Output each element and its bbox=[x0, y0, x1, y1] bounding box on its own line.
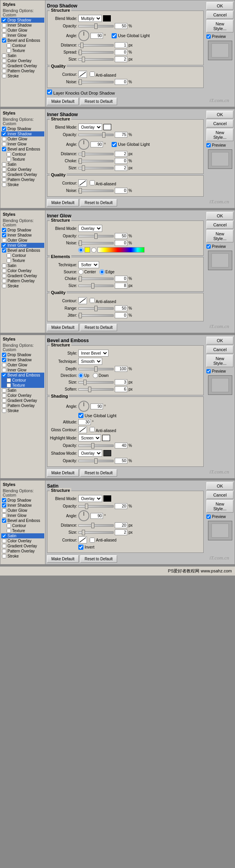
cb-st-2[interactable] bbox=[2, 183, 6, 187]
cb-ig-4[interactable] bbox=[2, 368, 6, 372]
opacity-slider-sa[interactable] bbox=[78, 505, 114, 508]
cb-t-2[interactable] bbox=[7, 157, 11, 161]
blend-mode-select-ds[interactable]: Multiply bbox=[78, 15, 102, 22]
sidebar-item-be-4[interactable]: Bevel and Emboss bbox=[1, 373, 44, 378]
cb-gradient-overlay-1[interactable] bbox=[2, 64, 6, 68]
shadow-opacity-slider-be[interactable] bbox=[78, 460, 114, 462]
reset-default-btn-ig[interactable]: Reset to Default bbox=[80, 324, 117, 331]
cb-is-5[interactable] bbox=[2, 503, 6, 508]
radio-gradient-ig[interactable] bbox=[91, 247, 96, 253]
sidebar-item-is-3[interactable]: Inner Shadow bbox=[1, 233, 44, 238]
blend-options-2[interactable]: Blending Options: Custom bbox=[1, 117, 44, 126]
angle-dial-sa[interactable] bbox=[78, 510, 89, 521]
choke-input-is[interactable] bbox=[115, 158, 127, 164]
sidebar-item-po-2[interactable]: Pattern Overlay bbox=[1, 177, 44, 182]
cb-pattern-overlay-1[interactable] bbox=[2, 69, 6, 73]
sidebar-item-satin-2[interactable]: Satin bbox=[1, 162, 44, 167]
sidebar-item-po-3[interactable]: Pattern Overlay bbox=[1, 278, 44, 283]
style-select-be[interactable]: Inner Bevel bbox=[78, 350, 108, 357]
sidebar-item-outer-glow-2[interactable]: Outer Glow bbox=[1, 136, 44, 142]
sidebar-item-co-4[interactable]: Color Overlay bbox=[1, 393, 44, 398]
new-style-btn-1[interactable]: New Style... bbox=[206, 20, 233, 32]
reset-default-btn-is[interactable]: Reset to Default bbox=[80, 199, 117, 206]
size-input-ds[interactable] bbox=[115, 56, 127, 62]
sidebar-item-go-3[interactable]: Gradient Overlay bbox=[1, 273, 44, 278]
sidebar-item-ds-3[interactable]: Drop Shadow bbox=[1, 228, 44, 233]
make-default-btn-is[interactable]: Make Default bbox=[47, 199, 79, 206]
preview-cb-4[interactable] bbox=[206, 369, 211, 373]
blend-options-5[interactable]: Blending Options: Custom bbox=[1, 488, 44, 498]
spread-slider-ds[interactable] bbox=[78, 51, 114, 54]
sidebar-item-po-4[interactable]: Pattern Overlay bbox=[1, 403, 44, 408]
anti-aliased-cb-ds[interactable] bbox=[90, 72, 95, 77]
noise-input-is[interactable] bbox=[115, 188, 127, 194]
size-input-is[interactable] bbox=[115, 165, 127, 171]
cb-sa-3[interactable] bbox=[2, 264, 6, 268]
sidebar-item-sa-3[interactable]: Satin bbox=[1, 263, 44, 268]
new-style-btn-5[interactable]: New Style... bbox=[206, 500, 233, 513]
cb-t-3[interactable] bbox=[7, 258, 11, 263]
cb-og-4[interactable] bbox=[2, 363, 6, 367]
sidebar-item-c-3[interactable]: Contour bbox=[1, 253, 44, 258]
sidebar-item-outer-glow-1[interactable]: Outer Glow bbox=[1, 28, 44, 33]
angle-input-be[interactable] bbox=[90, 404, 103, 409]
sidebar-item-t-5[interactable]: Texture bbox=[1, 528, 44, 533]
yellow-swatch-ig[interactable] bbox=[85, 247, 90, 253]
cb-bevel-1[interactable] bbox=[2, 38, 6, 43]
cb-ds-4[interactable] bbox=[2, 353, 6, 357]
opacity-slider-ds[interactable] bbox=[78, 25, 114, 27]
contour-thumb-ds[interactable] bbox=[78, 71, 87, 78]
sidebar-item-inner-glow-1[interactable]: Inner Glow bbox=[1, 33, 44, 38]
noise-slider-is[interactable] bbox=[78, 190, 114, 192]
contour-thumb-is[interactable] bbox=[78, 179, 87, 187]
jitter-slider-ig[interactable] bbox=[78, 314, 114, 317]
cb-og-5[interactable] bbox=[2, 508, 6, 513]
cb-is-3[interactable] bbox=[2, 233, 6, 237]
size-slider-ds[interactable] bbox=[78, 58, 114, 61]
sidebar-item-og-3[interactable]: Outer Glow bbox=[1, 238, 44, 243]
new-style-btn-4[interactable]: New Style... bbox=[206, 355, 233, 367]
sidebar-item-co-3[interactable]: Color Overlay bbox=[1, 268, 44, 273]
cb-t-5[interactable] bbox=[7, 529, 11, 533]
sidebar-item-pattern-overlay-1[interactable]: Pattern Overlay bbox=[1, 68, 44, 74]
contour-thumb-sa[interactable] bbox=[78, 536, 87, 543]
cancel-btn-2[interactable]: Cancel bbox=[206, 120, 233, 127]
choke-slider-is[interactable] bbox=[78, 160, 114, 162]
opacity-slider-is[interactable] bbox=[78, 134, 114, 136]
cb-sa-5[interactable] bbox=[2, 534, 6, 538]
cb-be-2[interactable] bbox=[2, 147, 6, 151]
sidebar-item-ig-4[interactable]: Inner Glow bbox=[1, 368, 44, 373]
angle-dial-be[interactable] bbox=[78, 401, 89, 412]
sidebar-item-be-5[interactable]: Bevel and Emboss bbox=[1, 518, 44, 523]
sidebar-item-go-5[interactable]: Gradient Overlay bbox=[1, 543, 44, 549]
cb-ig-5[interactable] bbox=[2, 513, 6, 518]
opacity-input-sa[interactable] bbox=[115, 503, 127, 509]
sidebar-item-stroke-2[interactable]: Stroke bbox=[1, 182, 44, 187]
sidebar-item-ds-4[interactable]: Drop Shadow bbox=[1, 352, 44, 357]
sidebar-item-ig-5[interactable]: Inner Glow bbox=[1, 513, 44, 518]
cb-is-4[interactable] bbox=[2, 358, 6, 362]
angle-dial-ds[interactable] bbox=[78, 30, 89, 41]
global-light-cb-is[interactable] bbox=[112, 142, 117, 147]
cb-inner-shadow-1[interactable] bbox=[2, 23, 6, 27]
cb-og-3[interactable] bbox=[2, 238, 6, 242]
cb-c-4[interactable] bbox=[7, 378, 11, 382]
reset-default-btn-sa[interactable]: Reset to Default bbox=[80, 555, 117, 563]
angle-input-ds[interactable] bbox=[90, 33, 103, 39]
new-style-btn-2[interactable]: New Style... bbox=[206, 129, 233, 141]
size-input-ig[interactable] bbox=[115, 283, 127, 289]
cb-ig-2[interactable] bbox=[2, 142, 6, 146]
blend-options-3[interactable]: Blending Options: Custom bbox=[1, 218, 44, 228]
range-input-ig[interactable] bbox=[115, 305, 127, 311]
cb-ds-5[interactable] bbox=[2, 498, 6, 502]
source-center-label[interactable]: Center bbox=[78, 269, 96, 274]
opacity-input-ds[interactable] bbox=[115, 23, 127, 29]
sidebar-item-contour-1[interactable]: Contour bbox=[1, 43, 44, 48]
technique-select-be[interactable]: Smooth bbox=[78, 358, 102, 365]
blend-color-sa[interactable] bbox=[103, 495, 111, 502]
size-slider-is[interactable] bbox=[78, 167, 114, 169]
preview-cb-5[interactable] bbox=[206, 515, 211, 519]
cb-co-2[interactable] bbox=[2, 167, 6, 172]
cb-sa-2[interactable] bbox=[2, 162, 6, 167]
source-center-radio[interactable] bbox=[78, 269, 83, 274]
